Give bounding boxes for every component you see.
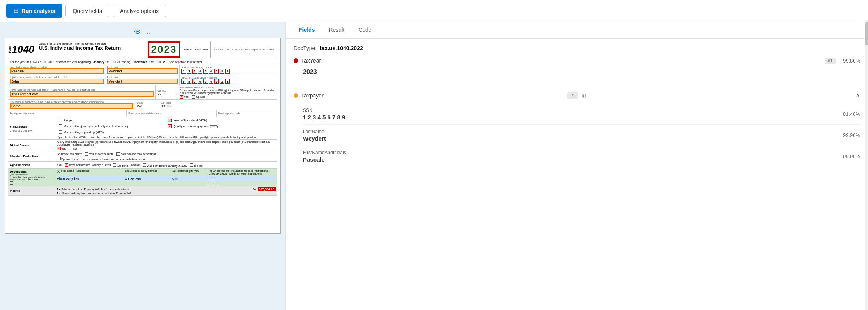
spouse-ssn-cell: Spouse's social security number 9 8 7 6 … <box>180 75 277 85</box>
dep2-name <box>57 182 124 185</box>
analyze-options-button[interactable]: Analyze options <box>113 5 166 17</box>
scrollbar-thumb[interactable] <box>865 22 868 45</box>
blind-sp-checkbox[interactable] <box>190 163 193 167</box>
income-1a-row: 1a Total amount from Form(s) W-2, box 1 … <box>57 187 276 191</box>
sp-ssn-d9: 1 <box>225 79 230 84</box>
query-fields-label: Query fields <box>73 8 102 14</box>
dependent-row-1: Elton Weydert 41 86 295 Son <box>57 176 276 181</box>
dep1-child-credit[interactable] <box>209 177 212 180</box>
ssn-d1: 1 <box>181 69 186 74</box>
dep2-other-credit[interactable] <box>214 182 217 185</box>
sp-ssn-d4: 6 <box>198 79 202 84</box>
taxyear-field-name: TaxYear <box>301 58 822 64</box>
lastname-sub-name: LastName <box>303 129 843 134</box>
chevron-down-icon[interactable]: ⌄ <box>146 29 151 36</box>
taxpayer-grid-icon[interactable]: ⊞ <box>582 92 586 99</box>
pec-cell: Presidential Election Campaign Check her… <box>178 85 277 99</box>
born-before-sp-checkbox[interactable] <box>143 163 146 167</box>
pec-checkboxes: You Spouse <box>180 95 276 99</box>
pec-you-label: You <box>180 95 189 99</box>
taxpayer-collapse-icon[interactable]: ∧ <box>855 92 860 99</box>
dependents-header-row: Dependents (see instructions):If more th… <box>8 169 277 186</box>
income-1a-value: 987,654.00 <box>258 187 276 191</box>
da-no-checkbox[interactable] <box>69 147 72 150</box>
ssn-d8: 8 <box>220 69 224 74</box>
income-1b-label: Household employee wages not reported on… <box>62 192 276 195</box>
divider-1 <box>294 87 860 87</box>
filing-status-header: Filing Status Check only one box. <box>8 117 55 139</box>
spouse-ssn-label: Spouse's social security number <box>181 76 276 79</box>
ssn-cell: Your social security number 1 2 3 4 5 6 … <box>180 65 277 75</box>
state-value: WA <box>137 104 157 108</box>
more-dep-checkbox[interactable] <box>10 181 13 185</box>
mfj-checkbox[interactable] <box>59 124 62 128</box>
firstname-sub-value: Pascale <box>303 156 843 163</box>
your-ssn-label: Your social security number <box>181 66 276 69</box>
dep2-child-credit[interactable] <box>209 182 212 185</box>
income-1b-row: 1b Household employee wages not reported… <box>57 192 276 195</box>
sp-ssn-d8: 2 <box>220 79 224 84</box>
address-cell: Home address (number and street). If you… <box>8 85 156 99</box>
single-checkbox[interactable] <box>59 119 62 122</box>
spouse-last-label: Last name <box>107 76 178 79</box>
spouse-ssn-box: 9 8 7 6 5 4 3 2 1 <box>181 79 276 84</box>
born-before-you-checkbox[interactable] <box>65 163 68 167</box>
std-deduction-checkboxes: Someone can claim: You as a dependent Yo… <box>57 152 276 156</box>
income-1a-label: Total amount from Form(s) W-2, box 1 (se… <box>62 188 252 191</box>
year-suffix-label: , 20 <box>156 60 161 64</box>
doctype-value: tax.us.1040.2022 <box>320 45 363 51</box>
tab-fields[interactable]: Fields <box>292 22 322 38</box>
hoh-checkbox[interactable] <box>168 119 172 122</box>
taxyear-status-dot <box>294 58 298 63</box>
year-suffix: 23 <box>163 60 166 64</box>
spouse-first-cell: If joint return, spouse's first name and… <box>8 75 106 85</box>
panel-tabs: Fields Result Code <box>286 22 868 39</box>
blind-you-checkbox[interactable] <box>113 163 116 167</box>
toolbar: ⊞ Run analysis Query fields Analyze opti… <box>0 0 868 22</box>
zip-label: ZIP code <box>161 101 190 104</box>
taxpayer-first-name: Pascale <box>10 68 104 74</box>
run-analysis-button[interactable]: ⊞ Run analysis <box>6 4 62 18</box>
digital-assets-checkboxes: Yes No <box>57 147 276 150</box>
tab-code[interactable]: Code <box>351 22 378 38</box>
sp-ssn-d7: 3 <box>214 79 219 84</box>
da-no-label: No <box>69 147 77 150</box>
main-layout: 👁 ⌄ Form 1040 Department of the Treasury… <box>0 22 868 310</box>
ssn-d7: 7 <box>214 69 219 74</box>
address-value: 123 Fremont ave <box>10 91 154 97</box>
lastname-sub-conf: 99.90% <box>843 132 860 138</box>
age-blindness-row: Age/Blindness You: Were born before Janu… <box>8 162 277 169</box>
you-dep-checkbox[interactable] <box>85 152 88 156</box>
dep1-rel: Son <box>172 177 207 181</box>
qss-option: Qualifying surviving spouse (QSS) <box>166 124 276 129</box>
query-fields-button[interactable]: Query fields <box>65 5 109 17</box>
taxpayer-subfields: SSN 1 2 3 4 5 6 7 8 9 81.40% LastName We… <box>294 104 860 167</box>
sp-dep-checkbox[interactable] <box>116 152 120 156</box>
qss-checkbox[interactable] <box>168 124 172 128</box>
digital-assets-desc: At any time during 2023, did you: (a) re… <box>55 140 277 151</box>
for-the-year-label: For the year Jan. 1–Dec. 31, 2023, or ot… <box>10 60 91 64</box>
dependents-title: Dependents <box>10 170 54 173</box>
pec-you-checkbox[interactable] <box>180 95 183 99</box>
digital-assets-header: Digital Assets <box>8 140 55 151</box>
last-name-label: Last name <box>107 66 178 68</box>
dep-check-col: (4) Check the box if qualifies for (see … <box>209 169 276 175</box>
tab-result[interactable]: Result <box>322 22 351 38</box>
income-1a-num: 1a <box>57 188 60 191</box>
income-header: Income <box>8 186 55 195</box>
scrollbar[interactable] <box>865 22 868 310</box>
filing-status-row: Filing Status Check only one box. Single… <box>8 117 277 140</box>
someone-can-claim-label: Someone can claim: <box>57 152 82 156</box>
mfs-checkbox[interactable] <box>59 130 62 134</box>
last-name-cell: Last name Weydert <box>106 65 180 75</box>
da-yes-checkbox[interactable] <box>57 147 61 150</box>
see-separate-label: See separate instructions. <box>169 60 203 64</box>
itemize-checkbox[interactable] <box>57 157 61 160</box>
tax-form: Form 1040 Department of the Treasury—Int… <box>5 38 281 234</box>
spouse-first-name: John <box>10 79 104 84</box>
tax-year-end: December 31st <box>132 60 153 64</box>
eye-icon[interactable]: 👁 <box>134 28 141 36</box>
dep1-other-credit[interactable] <box>214 177 217 180</box>
dep-rel-col: (3) Relationship to you <box>172 169 207 175</box>
pec-spouse-checkbox[interactable] <box>192 95 195 99</box>
